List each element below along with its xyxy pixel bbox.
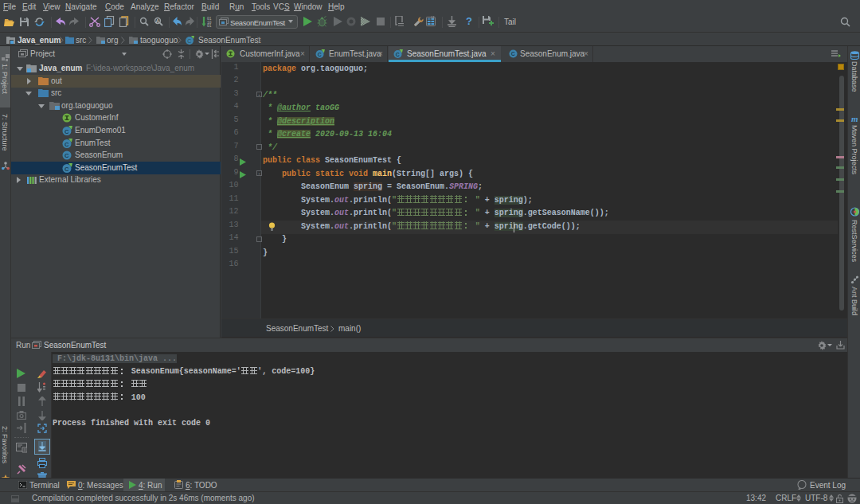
svg-text:C: C: [511, 51, 515, 57]
svg-text:C: C: [318, 52, 322, 57]
svg-text:C: C: [396, 52, 400, 57]
svg-text:01: 01: [207, 24, 212, 28]
svg-text:C: C: [64, 152, 69, 159]
svg-text:A: A: [156, 18, 160, 24]
svg-text:C: C: [64, 140, 69, 147]
svg-text:C: C: [64, 165, 69, 172]
svg-text:C: C: [64, 128, 69, 135]
svg-text:C: C: [187, 38, 191, 44]
